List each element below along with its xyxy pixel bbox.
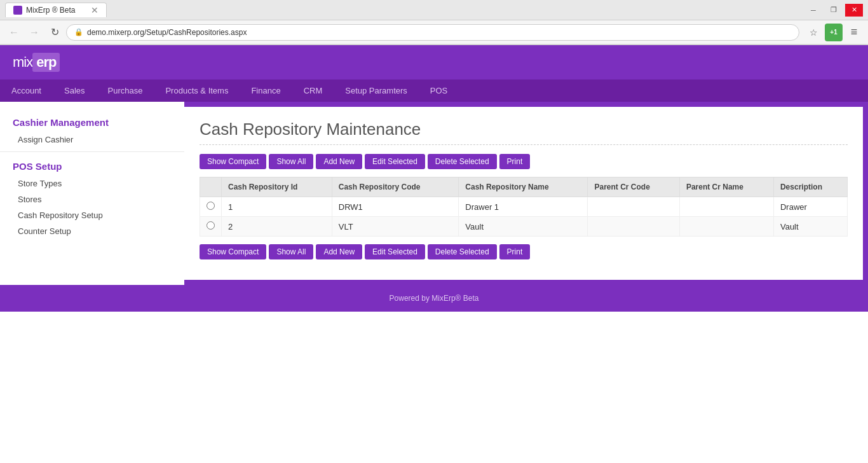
menu-button[interactable]: ≡ [845,24,863,41]
logo-erp-text: erp [32,53,60,72]
sidebar: Cashier Management Assign Cashier POS Se… [0,102,184,285]
bookmark-button[interactable]: ☆ [804,24,822,41]
sidebar-link-store-types[interactable]: Store Types [0,176,184,191]
browser-titlebar: MixErp ® Beta ✕ ─ ❐ ✕ [0,0,868,20]
nav-sales[interactable]: Sales [53,79,97,102]
row-parent-cr-code-cell [588,197,679,217]
top-edit-selected-button[interactable]: Edit Selected [365,154,425,169]
row-name-cell: Drawer 1 [459,197,588,217]
sidebar-divider [0,151,184,152]
row-id-cell: 2 [222,217,332,237]
top-show-all-button[interactable]: Show All [269,154,313,169]
tab-favicon [13,6,22,15]
logo-mix-text: mix [13,54,32,71]
bottom-delete-selected-button[interactable]: Delete Selected [428,244,497,259]
nav-account[interactable]: Account [0,79,53,102]
row-code-cell: DRW1 [332,197,459,217]
extension-button[interactable]: +1 [825,24,843,41]
browser-toolbar: ← → ↻ 🔒 demo.mixerp.org/Setup/CashReposi… [0,20,868,45]
sidebar-link-counter-setup[interactable]: Counter Setup [0,223,184,239]
sidebar-link-cash-repository-setup[interactable]: Cash Repository Setup [0,207,184,223]
app-header: mix erp [0,45,868,79]
table-row: 1 DRW1 Drawer 1 Drawer [200,197,848,217]
window-controls: ─ ❐ ✕ [804,4,863,17]
row-radio-input[interactable] [207,221,215,230]
main-content: Cash Repository Maintenance Show Compact… [184,107,863,280]
nav-crm[interactable]: CRM [292,79,334,102]
bottom-show-all-button[interactable]: Show All [269,244,313,259]
bottom-add-new-button[interactable]: Add New [316,244,362,259]
browser-chrome: MixErp ® Beta ✕ ─ ❐ ✕ ← → ↻ 🔒 demo.mixer… [0,0,868,45]
col-header-name: Cash Repository Name [459,177,588,197]
bottom-print-button[interactable]: Print [499,244,531,259]
pos-setup-title: POS Setup [0,156,184,176]
nav-pos[interactable]: POS [419,79,459,102]
top-delete-selected-button[interactable]: Delete Selected [428,154,497,169]
row-description-cell: Drawer [773,197,847,217]
browser-tab[interactable]: MixErp ® Beta ✕ [5,3,107,17]
forward-button[interactable]: → [25,24,43,41]
col-header-description: Description [773,177,847,197]
row-radio-cell[interactable] [200,217,222,237]
tab-close-button[interactable]: ✕ [91,6,98,15]
back-button[interactable]: ← [5,24,23,41]
row-id-cell: 1 [222,197,332,217]
toolbar-top: Show Compact Show All Add New Edit Selec… [200,154,848,169]
refresh-button[interactable]: ↻ [46,24,64,41]
row-code-cell: VLT [332,217,459,237]
row-radio-input[interactable] [207,202,215,210]
close-button[interactable]: ✕ [845,4,863,17]
col-header-id: Cash Repository Id [222,177,332,197]
row-description-cell: Vault [773,217,847,237]
main-nav: Account Sales Purchase Products & Items … [0,79,868,102]
nav-finance[interactable]: Finance [240,79,292,102]
nav-purchase[interactable]: Purchase [97,79,154,102]
row-parent-cr-name-cell [679,217,773,237]
footer: Powered by MixErp® Beta [0,285,868,312]
toolbar-bottom: Show Compact Show All Add New Edit Selec… [200,244,848,259]
col-header-parent-cr-code: Parent Cr Code [588,177,679,197]
table-row: 2 VLT Vault Vault [200,217,848,237]
address-bar[interactable]: 🔒 demo.mixerp.org/Setup/CashRepositories… [66,24,799,41]
nav-products-items[interactable]: Products & Items [154,79,240,102]
toolbar-actions: ☆ +1 ≡ [804,24,863,41]
col-header-radio [200,177,222,197]
row-parent-cr-name-cell [679,197,773,217]
row-name-cell: Vault [459,217,588,237]
content-wrapper: Cashier Management Assign Cashier POS Se… [0,102,868,285]
restore-button[interactable]: ❐ [825,4,843,17]
tab-title: MixErp ® Beta [26,6,86,15]
top-show-compact-button[interactable]: Show Compact [200,154,266,169]
lock-icon: 🔒 [74,28,83,36]
data-table: Cash Repository Id Cash Repository Code … [200,177,848,237]
col-header-code: Cash Repository Code [332,177,459,197]
nav-setup-paramters[interactable]: Setup Paramters [334,79,419,102]
top-print-button[interactable]: Print [499,154,531,169]
page-title: Cash Repository Maintenance [200,120,848,145]
row-radio-cell[interactable] [200,197,222,217]
top-add-new-button[interactable]: Add New [316,154,362,169]
row-parent-cr-code-cell [588,217,679,237]
sidebar-link-assign-cashier[interactable]: Assign Cashier [0,132,184,148]
url-text: demo.mixerp.org/Setup/CashRepositories.a… [87,28,247,37]
bottom-show-compact-button[interactable]: Show Compact [200,244,266,259]
bottom-edit-selected-button[interactable]: Edit Selected [365,244,425,259]
footer-text: Powered by MixErp® Beta [390,294,479,303]
minimize-button[interactable]: ─ [804,4,822,17]
col-header-parent-cr-name: Parent Cr Name [679,177,773,197]
app-container: mix erp Account Sales Purchase Products … [0,45,868,463]
app-logo: mix erp [13,53,60,72]
cashier-management-title: Cashier Management [0,112,184,132]
sidebar-link-stores[interactable]: Stores [0,191,184,207]
